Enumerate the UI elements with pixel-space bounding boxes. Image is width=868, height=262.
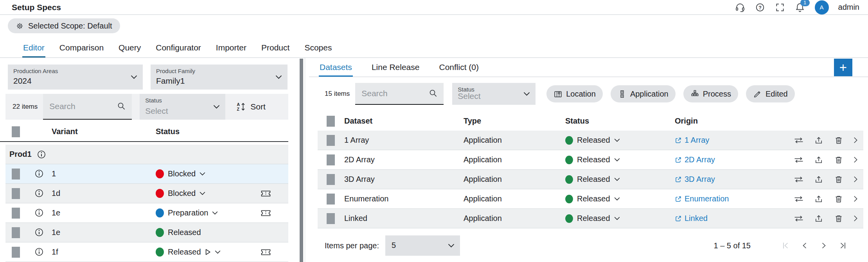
origin-link[interactable]: 2D Array	[675, 150, 715, 169]
info-icon[interactable]	[36, 149, 47, 160]
edited-filter-button[interactable]: Edited	[746, 85, 795, 102]
upload-icon[interactable]	[814, 156, 824, 164]
variant-row[interactable]: 1f Released	[5, 242, 288, 262]
upload-icon[interactable]	[814, 195, 824, 203]
column-variant: Variant	[52, 127, 78, 136]
process-filter-button[interactable]: Process	[683, 85, 738, 102]
origin-link[interactable]: 3D Array	[675, 170, 715, 189]
row-checkbox[interactable]	[12, 208, 20, 219]
row-checkbox[interactable]	[327, 174, 335, 185]
origin-link[interactable]: Linked	[675, 209, 708, 228]
tab-editor[interactable]: Editor	[22, 43, 45, 57]
info-icon[interactable]	[34, 208, 44, 218]
dataset-row[interactable]: 1 Array Application Released 1 Array	[318, 131, 863, 150]
page-prev-icon[interactable]	[800, 241, 809, 250]
production-areas-dropdown[interactable]: Production Areas 2024	[8, 65, 143, 90]
trash-icon[interactable]	[834, 214, 844, 223]
chevron-right-icon[interactable]	[854, 215, 858, 222]
variant-row[interactable]: 1e Released	[5, 223, 288, 242]
status-dropdown[interactable]: Preparation	[156, 203, 218, 223]
chevron-right-icon[interactable]	[854, 156, 858, 163]
status-dropdown[interactable]: Released	[565, 189, 620, 208]
trash-icon[interactable]	[834, 195, 844, 203]
play-icon[interactable]	[205, 249, 211, 255]
tab-query[interactable]: Query	[118, 43, 142, 57]
dataset-row[interactable]: Linked Application Released Linked	[318, 209, 863, 228]
info-icon[interactable]	[34, 188, 44, 198]
upload-icon[interactable]	[814, 214, 824, 223]
dataset-row[interactable]: Enumeration Application Released Enumera…	[318, 189, 863, 209]
page-first-icon[interactable]	[781, 241, 790, 250]
row-checkbox[interactable]	[327, 154, 335, 165]
selected-scope-chip[interactable]: Selected Scope: Default	[8, 18, 120, 33]
info-icon[interactable]	[34, 169, 44, 179]
tab-datasets[interactable]: Datasets	[319, 63, 353, 77]
upload-icon[interactable]	[814, 175, 824, 184]
swap-arrows-icon[interactable]	[794, 175, 804, 184]
status-dropdown[interactable]: Released	[565, 209, 620, 228]
swap-arrows-icon[interactable]	[794, 214, 804, 223]
swap-arrows-icon[interactable]	[794, 136, 804, 145]
row-checkbox[interactable]	[327, 194, 335, 205]
origin-link[interactable]: 1 Array	[675, 131, 709, 150]
row-checkbox[interactable]	[12, 169, 20, 179]
help-icon[interactable]	[755, 2, 766, 13]
status-dropdown[interactable]: Blocked	[156, 164, 205, 183]
info-icon[interactable]	[34, 227, 44, 237]
application-filter-button[interactable]: Application	[611, 85, 676, 102]
sort-az-icon	[236, 102, 246, 112]
row-checkbox[interactable]	[12, 247, 20, 258]
tab-product[interactable]: Product	[261, 43, 290, 57]
notifications-bell-icon[interactable]: 1	[795, 2, 805, 13]
tab-scopes[interactable]: Scopes	[304, 43, 332, 57]
sort-button[interactable]: Sort	[236, 102, 266, 112]
dataset-status-filter[interactable]: Status Select	[452, 83, 536, 105]
trash-icon[interactable]	[834, 136, 844, 145]
tab-comparison[interactable]: Comparison	[59, 43, 104, 57]
status-dropdown[interactable]: Released	[565, 150, 620, 169]
dataset-row[interactable]: 2D Array Application Released 2D Array	[318, 150, 863, 170]
origin-link[interactable]: Enumeration	[675, 189, 729, 208]
chevron-right-icon[interactable]	[854, 176, 858, 183]
info-icon[interactable]	[34, 247, 44, 257]
swap-arrows-icon[interactable]	[794, 156, 804, 164]
row-checkbox[interactable]	[12, 188, 20, 199]
dataset-search-input[interactable]: Search	[355, 83, 444, 105]
variant-row[interactable]: 1d Blocked	[5, 184, 288, 203]
upload-icon[interactable]	[814, 136, 824, 145]
tab-importer[interactable]: Importer	[215, 43, 247, 57]
add-dataset-button[interactable]: +	[834, 59, 852, 76]
row-checkbox[interactable]	[12, 227, 20, 238]
panel-scrollbar-thumb[interactable]	[300, 59, 303, 262]
row-checkbox[interactable]	[327, 213, 335, 224]
select-all-checkbox[interactable]	[12, 126, 20, 137]
chevron-right-icon[interactable]	[854, 137, 858, 144]
items-per-page-dropdown[interactable]: 5	[385, 235, 460, 256]
status-dropdown[interactable]: Released	[565, 131, 620, 150]
product-group-row[interactable]: Prod1	[5, 145, 288, 164]
status-dropdown[interactable]: Released	[156, 242, 221, 262]
user-avatar[interactable]: A	[815, 0, 829, 14]
location-filter-button[interactable]: Location	[546, 85, 603, 102]
variant-row[interactable]: 1 Blocked	[5, 164, 288, 184]
variant-status-filter[interactable]: Status Select	[140, 94, 225, 120]
fullscreen-icon[interactable]	[775, 2, 785, 13]
status-dropdown[interactable]: Released	[565, 170, 620, 189]
tab-configurator[interactable]: Configurator	[155, 43, 202, 57]
row-checkbox[interactable]	[327, 135, 335, 146]
page-last-icon[interactable]	[839, 241, 847, 250]
chevron-right-icon[interactable]	[854, 196, 858, 202]
tab-conflict[interactable]: Conflict (0)	[438, 63, 480, 77]
product-family-dropdown[interactable]: Product Family Family1	[151, 65, 288, 90]
select-all-checkbox[interactable]	[327, 116, 335, 127]
page-next-icon[interactable]	[819, 241, 828, 250]
dataset-row[interactable]: 3D Array Application Released 3D Array	[318, 170, 863, 189]
status-dropdown[interactable]: Blocked	[156, 184, 205, 203]
swap-arrows-icon[interactable]	[794, 195, 804, 203]
trash-icon[interactable]	[834, 175, 844, 184]
support-headset-icon[interactable]	[735, 2, 746, 13]
trash-icon[interactable]	[834, 156, 844, 164]
variant-row[interactable]: 1e Preparation	[5, 203, 288, 223]
tab-line-release[interactable]: Line Release	[371, 63, 421, 77]
variant-search-input[interactable]: Search	[43, 94, 132, 120]
